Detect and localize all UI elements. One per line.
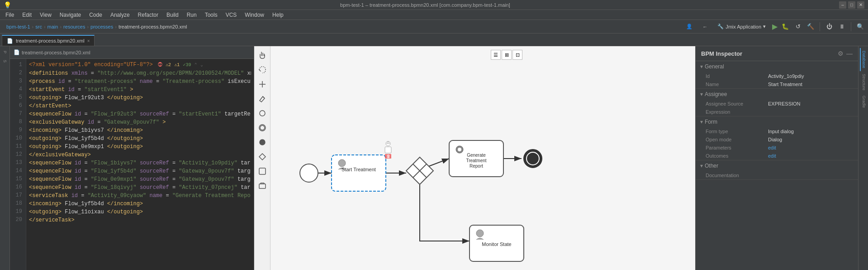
- line-num-10: 10: [10, 134, 22, 142]
- code-line-5: <outgoing> Flow_1r92ut3 </outgoing>: [29, 94, 251, 102]
- assignee-source-value: EXPRESSION: [768, 101, 854, 106]
- breadcrumb-sep4: ›: [87, 24, 89, 29]
- form-type-label: Form type: [706, 129, 764, 134]
- svg-point-26: [458, 148, 461, 151]
- form-collapse-icon: ▾: [700, 119, 703, 125]
- sidebar-tab-database[interactable]: Database: [860, 48, 867, 71]
- inspector-close-button[interactable]: —: [846, 50, 853, 57]
- open-mode-label: Open mode: [706, 137, 764, 142]
- menu-window[interactable]: Window: [241, 11, 268, 19]
- title-bar-title: bpm-test-1 – treatment-process.bpmn20.xm…: [340, 2, 510, 8]
- bpmn-tool-edit[interactable]: [256, 92, 269, 105]
- bpmn-tool-lasso[interactable]: [256, 63, 269, 76]
- line-num-9: 9: [10, 126, 22, 134]
- menu-run[interactable]: Run: [183, 11, 200, 19]
- bpmn-tool-circle-filled[interactable]: [256, 136, 269, 149]
- line-num-18: 18: [10, 199, 22, 207]
- jmix-app-selector[interactable]: 🔧 Jmix Application ▾: [714, 23, 769, 30]
- code-line-11: <outgoing> Flow_0e9mxp1 </outgoing>: [29, 143, 251, 151]
- run-button[interactable]: ▶: [772, 22, 778, 31]
- line-num-17: 17: [10, 191, 22, 199]
- line-num-16: 16: [10, 183, 22, 191]
- breadcrumb-src[interactable]: src: [35, 24, 42, 29]
- menu-file[interactable]: File: [2, 11, 18, 19]
- view-fit-button[interactable]: ⊡: [512, 50, 522, 60]
- breadcrumb-processes[interactable]: processes: [90, 24, 113, 29]
- file-tab-close[interactable]: ×: [87, 39, 90, 43]
- inspector-section-other-header[interactable]: ▾ Other: [696, 160, 858, 171]
- code-line-13: <sequenceFlow id = "Flow_1biyvs7" source…: [29, 159, 251, 167]
- menu-tools[interactable]: Tools: [201, 11, 221, 19]
- menu-build[interactable]: Build: [163, 11, 182, 19]
- form-type-value: Input dialog: [768, 129, 854, 134]
- breadcrumb-sep2: ›: [44, 24, 46, 29]
- debug-button[interactable]: 🐛: [780, 22, 790, 32]
- menu-view[interactable]: View: [36, 11, 55, 19]
- menu-analyze[interactable]: Analyze: [107, 11, 133, 19]
- diagram-canvas[interactable]: Start Treatment 🗑 Generate Treatment R: [270, 46, 695, 270]
- documentation-label: Documentation: [706, 173, 764, 178]
- breadcrumb-file[interactable]: treatment-process.bpmn20.xml: [119, 24, 187, 29]
- menu-help[interactable]: Help: [269, 11, 287, 19]
- bpmn-tool-connect[interactable]: [256, 78, 269, 91]
- reload-button[interactable]: ↺: [793, 22, 803, 32]
- code-lines[interactable]: <?xml version="1.0" encoding="UTF-8"?> ⓵…: [26, 59, 254, 270]
- file-tab-bpmn[interactable]: 📄 treatment-process.bpmn20.xml ×: [2, 35, 95, 46]
- menu-navigate[interactable]: Navigate: [56, 11, 85, 19]
- maximize-button[interactable]: □: [848, 1, 855, 9]
- back-button[interactable]: ←: [699, 23, 711, 30]
- code-line-15: <sequenceFlow id = "Flow_0e9mxp1" source…: [29, 175, 251, 183]
- open-mode-value: Dialog: [768, 137, 854, 142]
- svg-point-30: [526, 152, 539, 165]
- minimize-button[interactable]: –: [839, 1, 846, 9]
- bpmn-tool-minus[interactable]: [256, 179, 269, 192]
- menu-refactor[interactable]: Refactor: [134, 11, 162, 19]
- inspector-row-outcomes: Outcomes edit: [696, 152, 858, 160]
- bpmn-tool-circle-thin[interactable]: [256, 121, 269, 134]
- sidebar-structure-icon[interactable]: S: [1, 57, 9, 65]
- svg-text:Treatment: Treatment: [466, 158, 486, 163]
- title-bar-left: 💡: [4, 1, 11, 9]
- inspector-title: BPM Inspector: [701, 50, 742, 57]
- inspector-section-general-header[interactable]: ▾ General: [696, 61, 858, 72]
- code-line-12: </exclusiveGateway>: [29, 151, 251, 159]
- build-button[interactable]: 🔨: [806, 22, 816, 32]
- breadcrumb-main[interactable]: main: [47, 24, 58, 29]
- bpmn-tool-circle-empty[interactable]: [256, 107, 269, 120]
- sidebar-project-icon[interactable]: P: [1, 48, 9, 56]
- sidebar-tab-gradle[interactable]: Gradle: [860, 93, 867, 111]
- code-line-10: <outgoing> Flow_1yf5b4d </outgoing>: [29, 135, 251, 143]
- sidebar-tab-structure[interactable]: Structure: [860, 71, 867, 93]
- outcomes-edit-link[interactable]: edit: [768, 153, 776, 159]
- breadcrumb-sep3: ›: [60, 24, 62, 29]
- bpmn-tool-square[interactable]: [256, 165, 269, 178]
- view-grid-button[interactable]: ⊞: [502, 50, 512, 60]
- menu-vcs[interactable]: VCS: [222, 11, 241, 19]
- inspector-section-general: ▾ General Id Activity_1o9pdiy Name Start…: [696, 61, 858, 89]
- power-button[interactable]: ⏻: [824, 22, 834, 32]
- menu-edit[interactable]: Edit: [19, 11, 35, 19]
- code-line-6: </startEvent>: [29, 102, 251, 110]
- avatar-button[interactable]: 👤: [683, 23, 696, 30]
- view-list-button[interactable]: ☰: [491, 50, 501, 60]
- bpmn-tool-diamond[interactable]: [256, 150, 269, 163]
- line-num-20: 20: [10, 216, 22, 224]
- outcomes-label: Outcomes: [706, 153, 764, 159]
- inspector-section-form-header[interactable]: ▾ Form: [696, 116, 858, 127]
- inspector-settings-button[interactable]: ⚙: [838, 50, 844, 57]
- line-num-1: 1: [10, 61, 22, 69]
- title-bar: 💡 bpm-test-1 – treatment-process.bpmn20.…: [0, 0, 868, 10]
- breadcrumb-resources[interactable]: resources: [63, 24, 85, 29]
- line-num-14: 14: [10, 167, 22, 175]
- breadcrumb-project[interactable]: bpm-test-1: [6, 24, 30, 29]
- menu-code[interactable]: Code: [85, 11, 106, 19]
- bpmn-tool-hand[interactable]: [256, 49, 269, 62]
- parameters-edit-link[interactable]: edit: [768, 145, 776, 150]
- search-everywhere-button[interactable]: 🔍: [855, 22, 865, 32]
- inspector-section-assignee: ▾ Assignee Assignee Source EXPRESSION Ex…: [696, 89, 858, 116]
- close-button[interactable]: ✕: [857, 1, 864, 9]
- code-line-20: </serviceTask>: [29, 216, 251, 224]
- code-content[interactable]: 1 2 3 4 5 6 7 8 9 10 11 12 13 14 15 16 1…: [10, 59, 254, 270]
- inspector-section-assignee-header[interactable]: ▾ Assignee: [696, 89, 858, 100]
- pause-button[interactable]: ⏸: [837, 22, 847, 32]
